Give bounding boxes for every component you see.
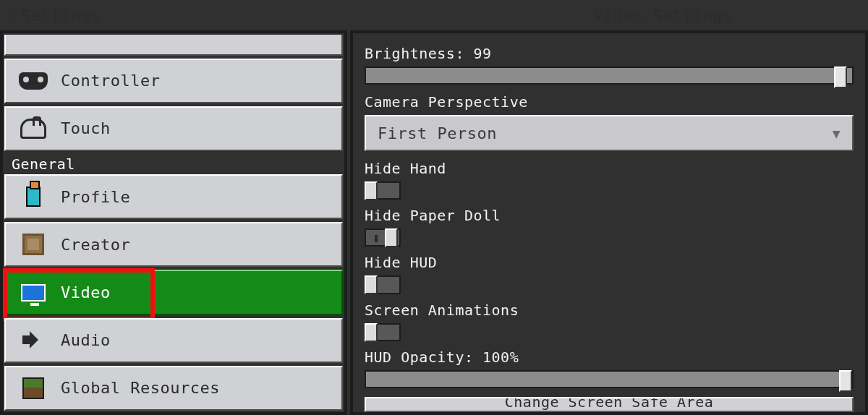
- profile-icon: [16, 187, 51, 207]
- change-screen-safe-area-button[interactable]: Change Screen Safe Area: [365, 397, 854, 412]
- slider-thumb[interactable]: [834, 67, 847, 88]
- top-bar: ‹ Settings Video Settings: [0, 0, 868, 30]
- button-label: Change Screen Safe Area: [505, 397, 713, 411]
- sidebar-item-profile[interactable]: Profile: [4, 174, 343, 219]
- video-settings-panel: Brightness: 99 Camera Perspective First …: [350, 30, 868, 415]
- dropdown-selected: First Person: [378, 124, 497, 142]
- sidebar-item-controller[interactable]: Controller: [4, 59, 343, 103]
- settings-sidebar: Controller Touch General Profile Creator…: [0, 30, 347, 415]
- toggle-mark: [375, 235, 378, 242]
- screen-animations-label: Screen Animations: [365, 301, 854, 319]
- hud-opacity-slider[interactable]: [365, 370, 854, 388]
- sidebar-item-global-resources[interactable]: Global Resources: [4, 366, 343, 411]
- camera-perspective-label: Camera Perspective: [365, 93, 854, 111]
- hide-paper-doll-label: Hide Paper Doll: [365, 207, 854, 224]
- sidebar-item-video[interactable]: Video: [4, 270, 343, 315]
- sidebar-item-label: Controller: [61, 72, 160, 90]
- back-button[interactable]: ‹ Settings: [0, 0, 114, 30]
- panel-title: Video Settings: [593, 0, 732, 30]
- sidebar-item-label: Creator: [61, 236, 130, 254]
- sidebar-item-audio[interactable]: Audio: [4, 318, 343, 363]
- controller-icon: [16, 72, 51, 90]
- sidebar-item-label: Global Resources: [61, 379, 220, 397]
- toggle-knob[interactable]: [365, 181, 378, 200]
- slider-thumb[interactable]: [839, 370, 852, 392]
- toggle-knob[interactable]: [365, 275, 378, 294]
- video-icon: [16, 284, 51, 301]
- sidebar-item-label: Video: [61, 283, 111, 301]
- chevron-down-icon: ▼: [833, 126, 841, 141]
- sidebar-group-general: General: [12, 155, 344, 173]
- camera-perspective-dropdown[interactable]: First Person ▼: [365, 115, 854, 151]
- global-resources-icon: [16, 377, 51, 399]
- hud-opacity-label: HUD Opacity: 100%: [365, 348, 854, 366]
- sidebar-item-keyboard-mouse[interactable]: [4, 35, 343, 56]
- toggle-knob[interactable]: [365, 323, 378, 342]
- brightness-slider[interactable]: [365, 67, 854, 85]
- back-label: Settings: [21, 7, 101, 25]
- chevron-left-icon: ‹: [6, 5, 17, 25]
- hide-hud-toggle[interactable]: [365, 275, 401, 294]
- sidebar-item-touch[interactable]: Touch: [4, 106, 343, 151]
- hide-hand-toggle[interactable]: [365, 181, 401, 200]
- sidebar-item-label: Touch: [61, 119, 111, 137]
- toggle-knob[interactable]: [385, 228, 398, 247]
- audio-icon: [16, 330, 51, 351]
- sidebar-item-label: Profile: [61, 188, 130, 206]
- sidebar-item-creator[interactable]: Creator: [4, 222, 343, 267]
- hide-paper-doll-toggle[interactable]: [365, 228, 401, 247]
- touch-icon: [16, 119, 51, 139]
- hide-hud-label: Hide HUD: [365, 254, 854, 271]
- brightness-label: Brightness: 99: [365, 45, 854, 62]
- screen-animations-toggle[interactable]: [365, 323, 401, 341]
- creator-icon: [16, 234, 51, 255]
- sidebar-item-label: Audio: [61, 331, 111, 349]
- hide-hand-label: Hide Hand: [365, 160, 854, 177]
